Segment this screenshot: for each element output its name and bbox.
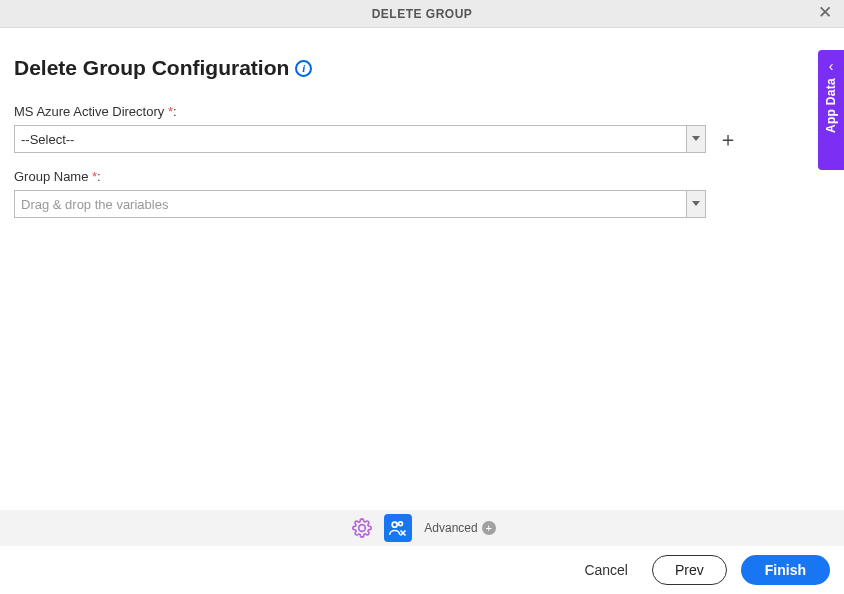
plus-circle-icon: + — [482, 521, 496, 535]
gear-icon — [352, 518, 372, 538]
footer-toolbar: Advanced + — [0, 510, 844, 546]
azure-select-trigger[interactable] — [686, 125, 706, 153]
group-name-input[interactable] — [14, 190, 706, 218]
azure-select[interactable] — [14, 125, 706, 153]
group-name-text-input[interactable] — [14, 190, 686, 218]
cancel-button[interactable]: Cancel — [574, 556, 638, 584]
chevron-left-icon: ‹ — [829, 58, 834, 74]
dialog-header: DELETE GROUP ✕ — [0, 0, 844, 28]
button-bar: Cancel Prev Finish — [0, 546, 844, 594]
azure-label: MS Azure Active Directory *: — [14, 104, 830, 119]
group-name-trigger[interactable] — [686, 190, 706, 218]
plus-icon: ＋ — [718, 128, 738, 150]
chevron-down-icon — [692, 136, 700, 142]
close-button[interactable]: ✕ — [812, 2, 838, 23]
svg-point-1 — [399, 522, 403, 526]
app-data-label: App Data — [824, 78, 838, 133]
settings-tab-button[interactable] — [348, 514, 376, 542]
add-azure-button[interactable]: ＋ — [716, 129, 740, 149]
field-azure-directory: MS Azure Active Directory *: ＋ — [14, 104, 830, 153]
group-name-field-row — [14, 190, 830, 218]
prev-button[interactable]: Prev — [652, 555, 727, 585]
azure-field-row: ＋ — [14, 125, 830, 153]
finish-button[interactable]: Finish — [741, 555, 830, 585]
group-tab-button[interactable] — [384, 514, 412, 542]
app-data-side-tab[interactable]: ‹ App Data — [818, 50, 844, 170]
advanced-label: Advanced — [424, 521, 477, 535]
field-group-name: Group Name *: — [14, 169, 830, 218]
svg-point-0 — [392, 522, 397, 527]
chevron-down-icon — [692, 201, 700, 207]
users-delete-icon — [388, 518, 408, 538]
main-content: Delete Group Configuration i MS Azure Ac… — [0, 28, 844, 218]
advanced-toggle[interactable]: Advanced + — [424, 521, 495, 535]
page-title: Delete Group Configuration — [14, 56, 289, 80]
dialog-title: DELETE GROUP — [372, 7, 473, 21]
close-icon: ✕ — [818, 3, 832, 22]
info-icon[interactable]: i — [295, 60, 312, 77]
page-title-row: Delete Group Configuration i — [14, 56, 830, 80]
azure-select-input[interactable] — [14, 125, 686, 153]
group-name-label: Group Name *: — [14, 169, 830, 184]
